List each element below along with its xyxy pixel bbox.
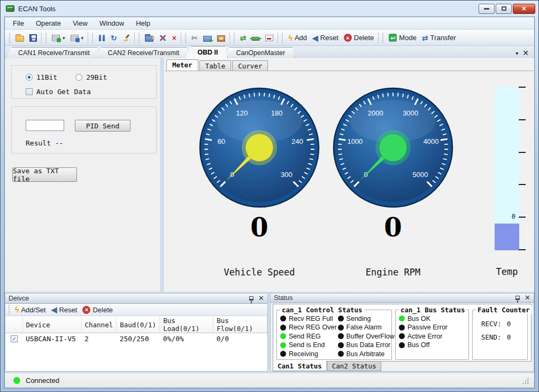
device-add-set-icon: ϟ [15,306,19,313]
close-button[interactable]: ✕ [513,4,535,14]
open-file-button[interactable] [13,33,27,43]
header-channel[interactable]: Channel [81,317,117,333]
menu-item-operate[interactable]: Operate [30,17,67,29]
status-led-icon [399,342,405,348]
window-title: ECAN Tools [18,5,56,13]
device-row-checkbox[interactable]: ✓ [11,335,18,342]
header-device[interactable]: Device [22,317,81,333]
radio-11bit[interactable]: 11Bit [26,73,57,81]
save-as-txt-button[interactable]: Save as TXT file [12,167,77,182]
transfer-button[interactable]: ⇄Transfer [419,33,459,43]
meter-tab-table[interactable]: Table [199,60,232,71]
swap-icon: ⇄ [240,34,247,42]
delete-icon: × [344,34,352,42]
device-add-set-button[interactable]: ϟAdd/Set [12,305,49,315]
device-panel-title: Deivce [9,295,29,302]
device-table-row[interactable]: ✓USBCAN-II-V52250/2500%/0%0/0 [5,333,267,344]
resize-grip[interactable] [522,377,529,384]
vertical-splitter[interactable] [160,58,164,291]
usb-icon [251,37,260,41]
app-icon [6,5,14,12]
status-led-icon [280,333,286,339]
device-reset-button[interactable]: ◀Reset [49,305,80,315]
status-panel: Status ✕ can_1 Control StatusRecv REG Fu… [270,293,534,372]
save-icon [29,34,37,42]
reset-button[interactable]: ◀Reset [310,33,341,43]
maximize-icon [502,6,506,11]
status-led-item: Bus Off [399,341,466,350]
pin-icon[interactable] [249,296,253,301]
pid-groupbox: PID Send Result -- [11,106,157,153]
minimize-button[interactable] [479,4,495,14]
header-bus-load-0-1-[interactable]: Bus Load(0/1) [160,317,213,333]
temp-tick-mark [519,217,526,218]
meter-tab-meter[interactable]: Meter [166,59,198,71]
vehicle-speed-value: 0 [250,212,268,242]
device-table: DeviceChannelBaud(0/1)Bus Load(0/1)Bus F… [5,317,267,344]
status-panel-close-icon[interactable]: ✕ [525,295,530,301]
pin-icon[interactable] [515,296,520,300]
save-button[interactable] [27,33,40,43]
menu-item-window[interactable]: Window [94,17,130,29]
dropdown-caret-icon[interactable]: ▾ [81,35,84,41]
temp-label: Temp [496,266,518,277]
minimize-icon [484,8,489,10]
dropdown-caret-icon[interactable]: ▾ [63,35,65,41]
close-frame-button[interactable] [263,34,276,42]
tools-icon [159,34,167,42]
status-led-icon [399,325,405,330]
export-button[interactable] [214,33,228,43]
radio-29bit[interactable]: 29Bit [75,73,107,81]
status-led-icon [338,342,344,348]
svg-text:5000: 5000 [412,171,428,179]
device-panel-close-icon[interactable]: ✕ [258,296,264,301]
temp-zero-label: 0 [512,213,515,220]
header-baud-0-1-[interactable]: Baud(0/1) [117,317,160,333]
header-check-column [5,317,22,333]
status-led-icon [338,316,344,321]
refresh-button[interactable]: ↻ [108,33,120,43]
close-frame-icon [265,35,273,41]
device-cell: USBCAN-II-V5 [22,333,81,344]
status-led-item: Bus Data Error [338,341,395,350]
tab-obd-ii[interactable]: OBD II [185,46,228,58]
clear-button[interactable] [120,33,133,43]
delete-frame-icon: × [172,34,176,42]
device-settings-button[interactable]: ▾ [68,34,87,42]
tab-can2-status[interactable]: Can2 Status [327,362,381,371]
tab-can1-receive-transmit[interactable]: CAN1 Receive/Transmit [6,47,100,58]
status-led-item: Active Error [399,332,466,341]
header-bus-flow-0-1-[interactable]: Bus Flow(0/1) [213,317,267,333]
temp-tick-mark [519,87,526,88]
tab-canopenmaster[interactable]: CanOpenMaster [224,47,295,58]
add-button[interactable]: ϟAdd [286,33,310,43]
tab-overflow-icon[interactable]: ▾ [515,50,518,56]
menu-item-help[interactable]: Help [130,17,156,29]
connect-device-button[interactable]: ▾ [49,34,68,42]
delete-button[interactable]: ×Delete [341,33,377,43]
menu-item-file[interactable]: File [7,17,30,29]
pid-input[interactable] [26,120,64,131]
cut-button[interactable]: ✂ [189,33,201,43]
maximize-button[interactable] [496,4,512,14]
mode-button[interactable]: ↩Mode [386,33,419,43]
tab-close-icon[interactable]: ✕ [522,50,529,56]
pause-button[interactable] [96,33,108,43]
tab-can2-receive-transmit[interactable]: CAN2 Receive/Transmit [96,47,190,58]
status-panel-titlebar: Status ✕ [271,294,534,303]
swap-button[interactable]: ⇄ [237,33,249,43]
tab-can1-status[interactable]: Can1 Status [273,361,327,371]
meter-tab-curver[interactable]: Curver [232,60,268,71]
menu-item-view[interactable]: View [67,17,94,29]
pid-send-button[interactable]: PID Send [75,120,130,132]
temp-tick-mark [519,184,526,185]
device-delete-button[interactable]: ×Delete [80,305,116,315]
meter-panel: MeterTableCurver 0601201802403000Vehicle… [164,58,534,291]
new-frame-button[interactable] [142,33,156,43]
device-reset-icon: ◀ [51,306,57,313]
tools-button[interactable] [156,33,170,43]
delete-frame-button[interactable]: × [170,33,179,43]
auto-get-data-checkbox[interactable] [26,88,33,95]
usb-button[interactable] [249,34,263,42]
import-button[interactable] [201,33,214,43]
